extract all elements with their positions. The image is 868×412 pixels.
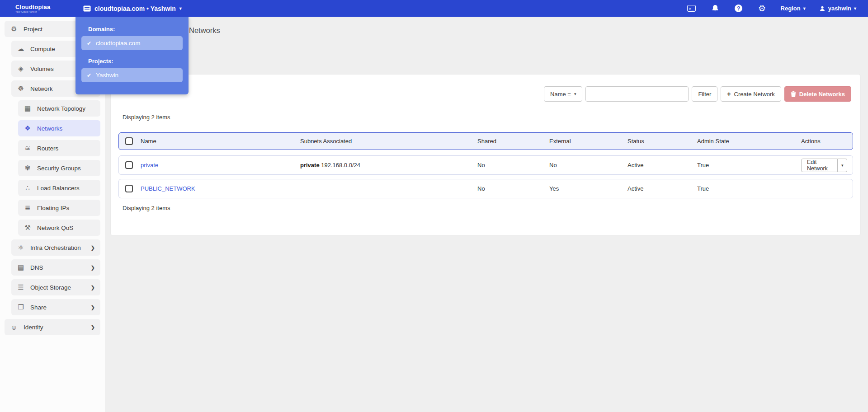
- page-title: Networks: [189, 26, 220, 35]
- table-header-row: Name Subnets Associated Shared External …: [118, 132, 853, 150]
- caret-down-icon: ▾: [854, 6, 856, 11]
- chevron-right-icon: ❯: [91, 324, 95, 330]
- sidebar-item-network-qos[interactable]: ⚒ Network QoS: [18, 220, 100, 236]
- check-icon: ✔: [87, 72, 91, 79]
- user-icon: [819, 5, 826, 12]
- top-navbar: Cloudtopiaa Your Cloud Partner cloudtopi…: [0, 0, 868, 17]
- column-header-actions: Actions: [801, 138, 853, 145]
- create-network-button[interactable]: + Create Network: [721, 86, 781, 102]
- caret-down-icon: ▾: [574, 92, 576, 96]
- dns-server-icon: ▤: [17, 263, 25, 272]
- brand-name: Cloudtopiaa: [15, 4, 68, 10]
- edit-network-button[interactable]: Edit Network: [801, 159, 838, 172]
- user-menu[interactable]: yashwin ▾: [819, 5, 856, 12]
- column-header-subnets: Subnets Associated: [300, 138, 477, 145]
- delete-networks-button[interactable]: Delete Networks: [784, 86, 851, 102]
- shared-cell: No: [477, 162, 549, 169]
- terminal-icon[interactable]: >_: [687, 4, 697, 13]
- table-row: PUBLIC_NETWORK No Yes Active True: [118, 179, 853, 198]
- admin-state-cell: True: [697, 162, 801, 169]
- sidebar-item-networks[interactable]: ❖ Networks: [18, 120, 100, 136]
- networks-panel: Name = ▾ Filter + Create Network Delete …: [111, 75, 860, 235]
- object-storage-icon: ☰: [17, 283, 25, 291]
- main-content: Networks Name = ▾ Filter + Create Networ…: [105, 17, 868, 412]
- admin-state-cell: True: [697, 185, 801, 192]
- table-row: private private 192.168.0.0/24 No No Act…: [118, 155, 853, 175]
- sidebar-item-identity[interactable]: ☺ Identity ❯: [5, 319, 100, 335]
- row-actions-dropdown[interactable]: ▾: [838, 159, 847, 172]
- chevron-right-icon: ❯: [91, 285, 95, 290]
- project-option-yashwin[interactable]: ✔ Yashwin: [81, 68, 183, 82]
- caret-down-icon: ▾: [841, 163, 844, 168]
- sidebar-item-floating-ips[interactable]: ≣ Floating IPs: [18, 200, 100, 216]
- chevron-right-icon: ❯: [91, 265, 95, 271]
- chevron-right-icon: ❯: [91, 304, 95, 310]
- security-icon: ✾: [24, 164, 32, 172]
- row-checkbox[interactable]: [125, 161, 133, 169]
- caret-down-icon: ▾: [803, 6, 806, 11]
- sidebar-item-security-groups[interactable]: ✾ Security Groups: [18, 160, 100, 176]
- username: yashwin: [828, 5, 851, 12]
- network-name-link[interactable]: PUBLIC_NETWORK: [141, 185, 300, 192]
- column-header-admin-state: Admin State: [697, 138, 801, 145]
- projects-heading: Projects:: [88, 58, 183, 65]
- bell-icon[interactable]: [710, 4, 720, 13]
- column-header-name: Name: [141, 138, 300, 145]
- row-checkbox[interactable]: [125, 185, 133, 192]
- caret-down-icon: ▾: [179, 6, 182, 11]
- brand-logo[interactable]: Cloudtopiaa Your Cloud Partner: [0, 4, 68, 13]
- sidebar-item-routers[interactable]: ≋ Routers: [18, 140, 100, 156]
- help-icon[interactable]: ?: [734, 4, 744, 13]
- domain-project-dropdown: Domains: ✔ cloudtopiaa.com Projects: ✔ Y…: [75, 17, 189, 94]
- domain-option-cloudtopiaa[interactable]: ✔ cloudtopiaa.com: [81, 36, 183, 50]
- column-header-shared: Shared: [477, 138, 549, 145]
- actions-cell: Edit Network ▾: [801, 159, 853, 172]
- load-balancer-icon: ∴: [24, 184, 32, 192]
- subnets-cell: private 192.168.0.0/24: [300, 162, 477, 169]
- shared-cell: No: [477, 185, 549, 192]
- identity-icon: ☺: [10, 323, 18, 331]
- status-cell: Active: [627, 185, 697, 192]
- table-toolbar: Name = ▾ Filter + Create Network Delete …: [544, 86, 851, 102]
- sidebar-item-infra-orchestration[interactable]: ⚛ Infra Orchestration ❯: [11, 239, 100, 256]
- column-header-status: Status: [627, 138, 697, 145]
- cloud-icon: ☁: [17, 45, 25, 53]
- sidebar-item-load-balancers[interactable]: ∴ Load Balancers: [18, 180, 100, 196]
- domain-project-switcher[interactable]: cloudtopiaa.com • Yashwin ▾: [83, 5, 182, 12]
- gear-icon[interactable]: ⚙: [757, 4, 767, 13]
- filter-input[interactable]: [585, 86, 689, 102]
- sidebar-item-dns[interactable]: ▤ DNS ❯: [11, 259, 100, 276]
- filter-field-dropdown[interactable]: Name = ▾: [544, 86, 582, 102]
- topology-icon: ▦: [24, 104, 32, 112]
- external-cell: No: [549, 162, 627, 169]
- item-count-top: Displaying 2 items: [123, 114, 170, 121]
- trash-icon: [791, 91, 796, 97]
- network-name-link[interactable]: private: [141, 162, 300, 169]
- switcher-label: cloudtopiaa.com • Yashwin: [94, 5, 176, 12]
- plus-icon: +: [727, 90, 731, 98]
- column-header-external: External: [549, 138, 627, 145]
- item-count-bottom: Displaying 2 items: [123, 205, 170, 211]
- router-icon: ≋: [24, 144, 32, 152]
- sidebar-item-network-topology[interactable]: ▦ Network Topology: [18, 100, 100, 117]
- qos-icon: ⚒: [24, 224, 32, 232]
- filter-button[interactable]: Filter: [692, 86, 717, 102]
- external-cell: Yes: [549, 185, 627, 192]
- floating-ip-icon: ≣: [24, 204, 32, 212]
- table-icon: [83, 5, 91, 12]
- share-file-icon: ❐: [17, 303, 25, 311]
- network-nodes-icon: ☸: [17, 84, 25, 93]
- networks-icon: ❖: [24, 124, 32, 132]
- sidebar-item-share[interactable]: ❐ Share ❯: [11, 299, 100, 315]
- brand-tagline: Your Cloud Partner: [15, 11, 68, 13]
- sidebar-item-object-storage[interactable]: ☰ Object Storage ❯: [11, 279, 100, 295]
- volume-cube-icon: ◈: [17, 65, 25, 73]
- orchestration-icon: ⚛: [17, 243, 25, 252]
- select-all-checkbox[interactable]: [125, 137, 133, 145]
- domains-heading: Domains:: [88, 26, 183, 33]
- status-cell: Active: [627, 162, 697, 169]
- chevron-right-icon: ❯: [91, 245, 95, 251]
- region-dropdown[interactable]: Region ▾: [781, 5, 806, 12]
- project-gear-icon: ⚙: [10, 25, 18, 33]
- check-icon: ✔: [87, 40, 91, 47]
